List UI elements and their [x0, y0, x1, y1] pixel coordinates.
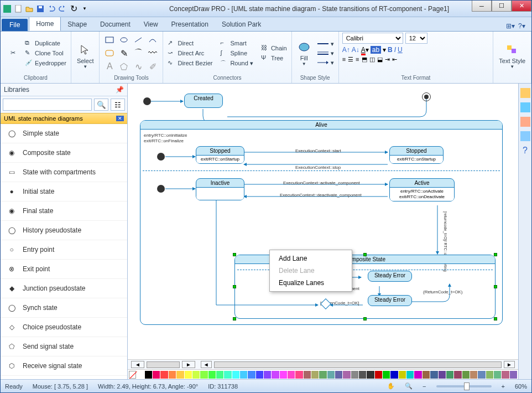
color-swatch[interactable]: [390, 371, 398, 379]
tool-polyline[interactable]: 〰: [146, 47, 159, 59]
library-item[interactable]: ▭State with compartments: [1, 163, 127, 182]
tool-rect[interactable]: [103, 34, 116, 46]
color-swatch[interactable]: [192, 371, 200, 379]
library-item[interactable]: ○Entry point: [1, 240, 127, 260]
duplicate-button[interactable]: ⧉Duplicate: [24, 39, 67, 48]
color-swatch[interactable]: [359, 371, 366, 379]
line-weight-button[interactable]: ▾: [316, 49, 335, 58]
color-swatch[interactable]: [430, 371, 437, 379]
color-swatch[interactable]: [200, 371, 207, 379]
maximize-button[interactable]: ☐: [492, 1, 512, 12]
color-swatch[interactable]: [232, 371, 239, 379]
color-swatch[interactable]: [319, 371, 326, 379]
align-right-button[interactable]: ≡: [356, 56, 359, 63]
color-swatch[interactable]: [240, 371, 247, 379]
decrease-font-button[interactable]: A↓: [352, 46, 359, 54]
color-swatch[interactable]: [470, 371, 477, 379]
color-swatch[interactable]: [153, 371, 160, 379]
color-swatch[interactable]: [311, 371, 319, 379]
tab-home[interactable]: Home: [29, 17, 61, 31]
state-steady-1[interactable]: Steady Error: [368, 271, 412, 282]
align-left-button[interactable]: ≡: [342, 56, 346, 63]
arrow-style-button[interactable]: ▾: [316, 59, 335, 67]
library-item[interactable]: ◯History pseudostate: [1, 221, 127, 240]
rail-help-icon[interactable]: ?: [520, 146, 530, 156]
color-swatch[interactable]: [208, 371, 216, 379]
color-swatch-none[interactable]: [129, 371, 136, 379]
color-swatch[interactable]: [176, 371, 184, 379]
direct-bezier-button[interactable]: ∿Direct Bezier: [166, 59, 213, 68]
open-icon[interactable]: [25, 4, 34, 13]
align-center-button[interactable]: ☰: [348, 56, 353, 63]
horizontal-scrollbar[interactable]: ◄ ► ◄ ►: [128, 359, 518, 369]
tool-pencil[interactable]: ✎: [117, 47, 131, 59]
color-swatch[interactable]: [478, 371, 485, 379]
state-steady-2[interactable]: Steady Error: [368, 295, 412, 306]
chain-button[interactable]: ⛓Chain: [260, 44, 288, 53]
font-family-select[interactable]: Calibri: [342, 33, 403, 44]
zoom-in-button[interactable]: +: [502, 383, 505, 390]
round-button[interactable]: ⌒Round ▾: [219, 59, 254, 68]
color-swatch[interactable]: [304, 371, 311, 379]
state-created[interactable]: Created: [184, 94, 223, 108]
color-swatch[interactable]: [502, 371, 509, 379]
rail-icon-2[interactable]: [520, 102, 530, 112]
color-swatch[interactable]: [264, 371, 271, 379]
tab-solution-park[interactable]: Solution Park: [215, 18, 268, 31]
font-size-select[interactable]: 12: [405, 33, 427, 44]
color-swatch[interactable]: [406, 371, 414, 379]
color-swatch[interactable]: [351, 371, 358, 379]
color-swatch[interactable]: [367, 371, 374, 379]
color-swatch[interactable]: [454, 371, 461, 379]
color-swatch[interactable]: [343, 371, 350, 379]
zoom-slider[interactable]: [436, 385, 492, 387]
color-swatch[interactable]: [288, 371, 295, 379]
direct-arc-button[interactable]: ⤻Direct Arc: [166, 49, 213, 58]
state-stopped-2[interactable]: Stopped exit/RTC::onStartup: [389, 146, 444, 164]
color-swatch[interactable]: [160, 371, 168, 379]
library-item[interactable]: ⬠Send signal state: [1, 337, 127, 356]
direct-button[interactable]: ↗Direct: [166, 39, 213, 48]
help-icon[interactable]: ?▾: [518, 22, 527, 31]
library-search-button[interactable]: 🔍: [94, 99, 108, 111]
tool-poly2[interactable]: ⬠: [117, 60, 131, 73]
undo-icon[interactable]: [47, 4, 56, 13]
tool-arc[interactable]: ⌒: [132, 47, 145, 59]
qat-dropdown-icon[interactable]: ▼: [80, 4, 89, 13]
canvas[interactable]: Created Alive entry/RTC::onInitialize ex…: [133, 89, 518, 338]
color-swatch[interactable]: [439, 371, 446, 379]
file-tab[interactable]: File: [2, 19, 28, 31]
tool-freehand[interactable]: ✐: [146, 60, 159, 73]
library-item[interactable]: ◯Synch state: [1, 298, 127, 318]
tree-button[interactable]: ΨTree: [260, 54, 288, 63]
paste-button[interactable]: ✂: [4, 45, 22, 61]
color-swatch[interactable]: [137, 371, 144, 379]
color-swatch[interactable]: [399, 371, 406, 379]
bold-button[interactable]: B: [388, 46, 393, 54]
color-swatch[interactable]: [248, 371, 255, 379]
color-swatch[interactable]: [224, 371, 231, 379]
color-swatch[interactable]: [216, 371, 223, 379]
color-swatch[interactable]: [414, 371, 421, 379]
rail-icon-1[interactable]: [520, 88, 530, 98]
redo-icon[interactable]: [58, 4, 67, 13]
library-item[interactable]: ⬡Receive signal state: [1, 356, 127, 376]
color-swatch[interactable]: [280, 371, 287, 379]
final-state[interactable]: [422, 92, 431, 101]
tool-ellipse[interactable]: [117, 34, 131, 46]
smart-button[interactable]: ⌐Smart: [219, 39, 254, 48]
color-swatch[interactable]: [145, 371, 152, 379]
highlight-button[interactable]: ab: [371, 46, 381, 54]
indent-button[interactable]: ⇥: [385, 56, 390, 63]
rail-icon-4[interactable]: [520, 131, 530, 141]
state-stopped[interactable]: Stopped exit/RTC::onStartup: [196, 146, 244, 164]
outdent-button[interactable]: ⇤: [392, 56, 397, 63]
tool-bezier[interactable]: ∿: [132, 60, 145, 73]
library-item[interactable]: ●Initial state: [1, 182, 127, 201]
color-swatch[interactable]: [494, 371, 501, 379]
tool-rounded[interactable]: [103, 47, 116, 59]
library-item[interactable]: ⊗Exit point: [1, 260, 127, 279]
color-swatch[interactable]: [185, 371, 192, 379]
library-item[interactable]: ◆Junction pseudostate: [1, 279, 127, 298]
refresh-icon[interactable]: ↻: [69, 4, 78, 13]
